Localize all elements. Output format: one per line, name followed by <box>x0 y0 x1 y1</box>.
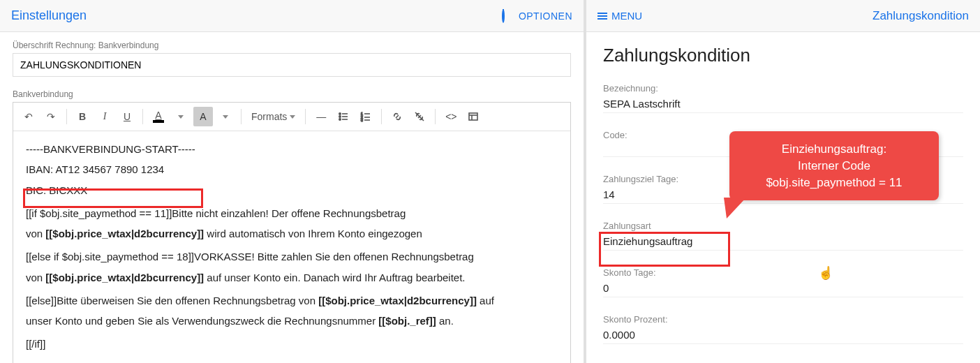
text-line: [[else]]Bitte überweisen Sie den offenen… <box>26 292 558 309</box>
bold-button[interactable]: B <box>73 107 92 126</box>
separator <box>305 109 306 124</box>
rte-bank: ↶ ↷ B I U A A Formats — 123 <box>13 102 571 363</box>
template-icon[interactable] <box>463 107 483 126</box>
redo-icon[interactable]: ↷ <box>41 107 61 126</box>
separator <box>66 109 67 124</box>
text-line: -----BANKVERBINDUNG-START----- <box>26 141 558 157</box>
text-line: IBAN: AT12 34567 7890 1234 <box>26 161 558 177</box>
svg-point-4 <box>339 119 341 120</box>
label-invoice-heading: Überschrift Rechnung: Bankverbindung <box>13 40 571 50</box>
separator <box>142 109 143 124</box>
clock-icon[interactable] <box>502 10 505 22</box>
underline-button[interactable]: U <box>117 107 137 126</box>
callout-line: $obj.site_paymethod = 11 <box>739 175 929 191</box>
page-title: Zahlungskondition <box>603 45 963 66</box>
callout-line: Einziehungsauftrag: <box>739 141 929 158</box>
hamburger-icon <box>597 13 607 20</box>
callout-line: Interner Code <box>739 158 929 175</box>
text-line: unser Konto und geben Sie als Verwendung… <box>26 313 558 329</box>
svg-point-0 <box>339 113 341 114</box>
text-line: BIC: BICXXX <box>26 182 558 198</box>
text-color-dropdown-icon[interactable] <box>171 107 191 126</box>
source-code-icon[interactable]: <> <box>441 107 461 126</box>
undo-icon[interactable]: ↶ <box>19 107 38 126</box>
numbered-list-icon[interactable]: 123 <box>356 107 376 126</box>
svg-rect-12 <box>469 113 477 120</box>
text-line: [[/if]] <box>26 336 558 352</box>
label-bezeichnung: Bezeichnung: <box>603 83 963 94</box>
label-bank: Bankverbindung <box>13 89 571 99</box>
separator <box>381 109 382 124</box>
input-zahlungsart[interactable]: Einziehungsauftrag <box>603 235 963 251</box>
rte-content[interactable]: -----BANKVERBINDUNG-START----- IBAN: AT1… <box>13 131 570 363</box>
right-topbar: MENU Zahlungskondition <box>586 0 980 32</box>
annotation-callout: Einziehungsauftrag: Interner Code $obj.s… <box>729 131 939 200</box>
text-line: [[if $obj.site_paymethod == 11]]Bitte ni… <box>26 205 558 221</box>
text-line: von [[$obj.price_wtax|d2bcurrency]] wird… <box>26 225 558 242</box>
svg-text:3: 3 <box>361 118 363 122</box>
separator <box>241 109 242 124</box>
menu-button[interactable]: MENU <box>597 10 642 22</box>
input-skonto-prozent[interactable]: 0.0000 <box>603 329 963 344</box>
bg-color-button[interactable]: A <box>193 107 213 126</box>
zahlungskondition-link[interactable]: Zahlungskondition <box>873 9 969 23</box>
text-color-button[interactable]: A <box>149 107 168 126</box>
label-zahlungsart: Zahlungsart <box>603 221 963 231</box>
bg-color-dropdown-icon[interactable] <box>216 107 235 126</box>
italic-button[interactable]: I <box>95 107 114 126</box>
formats-dropdown[interactable]: Formats <box>247 111 299 122</box>
menu-label: MENU <box>611 10 642 22</box>
label-skonto-tage: Skonto Tage: <box>603 267 963 278</box>
input-bezeichnung[interactable]: SEPA Lastschrift <box>603 98 963 113</box>
svg-point-2 <box>339 116 341 117</box>
separator <box>435 109 436 124</box>
options-button[interactable]: OPTIONEN <box>519 10 572 22</box>
input-invoice-heading[interactable] <box>13 53 571 77</box>
input-skonto-tage[interactable]: 0 <box>603 282 963 297</box>
cursor-icon: ☝ <box>818 265 833 281</box>
text-line: [[else if $obj.site_paymethod == 18]]VOR… <box>26 249 558 265</box>
hr-icon[interactable]: — <box>311 107 331 126</box>
left-topbar: Einstellungen OPTIONEN <box>0 0 584 32</box>
text-line: von [[$obj.price_wtax|d2bcurrency]] auf … <box>26 269 558 286</box>
link-icon[interactable] <box>387 107 407 126</box>
unlink-icon[interactable] <box>410 107 429 126</box>
rte-toolbar: ↶ ↷ B I U A A Formats — 123 <box>13 103 570 131</box>
settings-link[interactable]: Einstellungen <box>11 8 87 23</box>
label-skonto-prozent: Skonto Prozent: <box>603 314 963 325</box>
bullet-list-icon[interactable] <box>334 107 353 126</box>
